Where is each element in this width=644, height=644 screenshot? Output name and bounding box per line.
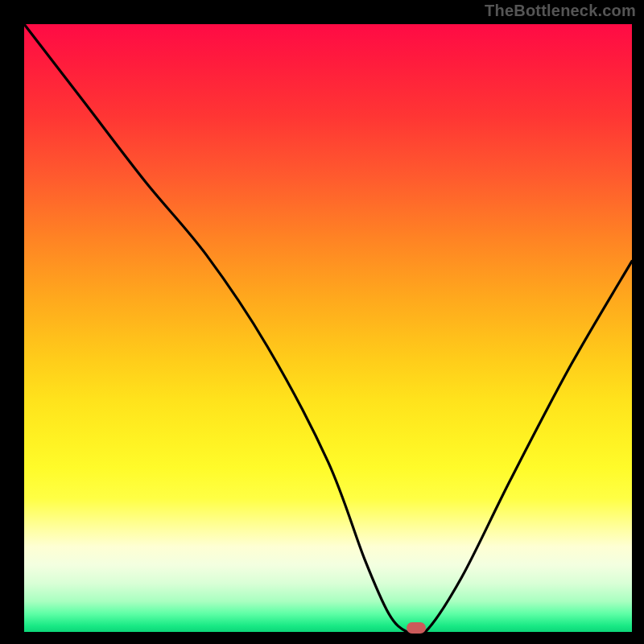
plot-area: [24, 24, 632, 632]
chart-frame: TheBottleneck.com: [0, 0, 644, 644]
watermark-text: TheBottleneck.com: [485, 2, 636, 20]
bottleneck-curve: [24, 24, 632, 632]
optimal-point-marker: [407, 622, 426, 634]
curve-path: [24, 24, 632, 637]
